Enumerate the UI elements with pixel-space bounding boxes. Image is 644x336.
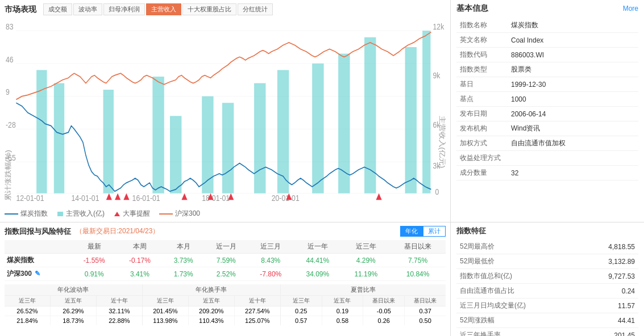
sharpe-r2-extra: 0.50 [405, 316, 446, 325]
svg-rect-27 [170, 116, 181, 193]
features-title: 指数特征 [456, 226, 638, 236]
info-label-type: 指数类型 [456, 62, 508, 77]
info-value-return [508, 151, 638, 166]
info-row-basedate: 基日 1999-12-30 [456, 77, 638, 92]
feat-label-mktcap: 指数市值总和(亿) [456, 269, 581, 284]
sharpe-col-headers: 近三年 近五年 基日以来 基日以来 [281, 296, 446, 306]
turn-r2-5y: 110.43% [189, 316, 235, 325]
turn-r2-3y: 113.98% [143, 316, 189, 325]
info-label-code: 指数代码 [456, 48, 508, 62]
sharpe-r1-extra: 0.37 [405, 306, 446, 316]
info-label-basepoint: 基点 [456, 92, 508, 107]
tab-fenhong[interactable]: 分红统计 [238, 3, 273, 15]
feat-row-freefloat: 自由流通市值占比 0.24 [456, 284, 638, 299]
info-row-return: 收益处理方式 [456, 151, 638, 166]
cell-ci-week: -0.17% [117, 254, 163, 267]
return-data-table: 最新 本周 本月 近一月 近三月 近一年 近三年 基日以来 煤炭指数 -1.55… [5, 240, 446, 281]
tab-guimu[interactable]: 归母净利润 [103, 3, 145, 15]
svg-text:累计涨跌幅(%): 累计涨跌幅(%) [5, 150, 12, 201]
info-label-pubdate: 发布日期 [456, 107, 508, 121]
info-row-name: 指数名称 煤炭指数 [456, 18, 638, 33]
tab-bodonglv[interactable]: 波动率 [73, 3, 102, 15]
info-label-weight: 加权方式 [456, 136, 508, 151]
svg-rect-26 [152, 77, 164, 194]
svg-text:18-01-01: 18-01-01 [202, 194, 230, 203]
info-label-engname: 英文名称 [456, 33, 508, 48]
svg-text:主营收入(亿元): 主营收入(亿元) [438, 116, 446, 168]
tab-chengjiaoe[interactable]: 成交额 [43, 3, 72, 15]
svg-text:14-01-01: 14-01-01 [71, 194, 99, 203]
feat-value-freefloat: 0.24 [581, 284, 638, 299]
legend-hs300: 沪深300 [159, 209, 200, 219]
info-value-weight: 自由流通市值加权 [508, 136, 638, 151]
chart-area: 83 46 9 -28 -65 12k 9k 6k 3k 0 累计涨跌幅(%) … [5, 18, 446, 208]
col-latest: 最新 [72, 240, 117, 254]
more-link[interactable]: More [623, 5, 638, 12]
sharpe-r2-3y: 0.57 [281, 316, 322, 325]
legend-revenue: 主营收入(亿) [57, 209, 105, 219]
toggle-annualized[interactable]: 年化 [400, 226, 423, 237]
info-row-weight: 加权方式 自由流通市值加权 [456, 136, 638, 151]
cell-ci-1m: 7.59% [204, 254, 248, 267]
vol-r2-5y: 18.73% [51, 316, 97, 325]
feat-row-low: 52周最低价 3,132.89 [456, 254, 638, 269]
feat-row-avgvol: 近三月日均成交量(亿) 11.57 [456, 299, 638, 313]
features-panel: 指数特征 52周最高价 4,818.55 52周最低价 3,132.89 指数市… [451, 222, 644, 336]
return-title: 指数回报与风险特征 [5, 226, 71, 237]
svg-text:9k: 9k [433, 72, 441, 81]
feat-label-3yturn: 近三年换手率 [456, 328, 581, 337]
col-3m: 近三月 [248, 240, 293, 254]
hs300-edit-icon[interactable]: ✎ [35, 270, 40, 278]
vol-r1-10y: 32.11% [97, 306, 142, 316]
feat-value-low: 3,132.89 [581, 254, 638, 269]
svg-rect-46 [57, 212, 63, 216]
market-panel-title: 市场表现 [5, 5, 36, 15]
bottom-row: 指数回报与风险特征 （最新交易日:2021/04/23） 年化 累计 最新 本周… [0, 222, 644, 336]
chart-svg: 83 46 9 -28 -65 12k 9k 6k 3k 0 累计涨跌幅(%) … [5, 18, 446, 208]
svg-rect-33 [338, 54, 350, 194]
cell-hs-3m: -7.80% [248, 267, 293, 281]
row-hs300-label: 沪深300 ✎ [5, 267, 72, 281]
cell-hs-1y: 34.09% [293, 267, 342, 281]
cell-hs-latest: 0.91% [72, 267, 117, 281]
info-label-return: 收益处理方式 [456, 151, 508, 166]
vol-col-10y: 近十年 [97, 296, 142, 306]
svg-marker-47 [114, 212, 120, 216]
info-value-engname: Coal Index [508, 33, 638, 48]
feat-label-low: 52周最低价 [456, 254, 581, 269]
svg-marker-38 [115, 194, 121, 200]
info-row-pubdate: 发布日期 2006-06-14 [456, 107, 638, 121]
turn-col-10y: 近十年 [235, 296, 280, 306]
tab-shida[interactable]: 十大权重股占比 [182, 3, 236, 15]
toggle-cumulative[interactable]: 累计 [423, 226, 446, 237]
tab-bar: 成交额 波动率 归母净利润 主营收入 十大权重股占比 分红统计 [43, 3, 273, 15]
svg-rect-36 [422, 31, 430, 193]
feat-label-freefloat: 自由流通市值占比 [456, 284, 581, 299]
features-table: 52周最高价 4,818.55 52周最低价 3,132.89 指数市值总和(亿… [456, 240, 638, 336]
sharpe-r2-base: 0.26 [363, 316, 405, 325]
legend-coalindex: 煤炭指数 [5, 209, 48, 219]
tab-zhuyingshouru[interactable]: 主营收入 [146, 3, 181, 15]
feat-value-52chg: 44.41 [581, 313, 638, 328]
info-row-publisher: 发布机构 Wind资讯 [456, 121, 638, 136]
feat-label-high: 52周最高价 [456, 240, 581, 254]
return-panel: 指数回报与风险特征 （最新交易日:2021/04/23） 年化 累计 最新 本周… [0, 222, 451, 336]
cell-hs-base: 10.84% [390, 267, 446, 281]
svg-text:16-01-01: 16-01-01 [132, 194, 160, 203]
vol-r1-5y: 26.29% [51, 306, 97, 316]
info-panel-title: 基本信息 [456, 3, 488, 14]
sharpe-row2: 0.57 0.58 0.26 0.50 [281, 316, 446, 325]
feat-label-avgvol: 近三月日均成交量(亿) [456, 299, 581, 313]
volatility-row1: 26.52% 26.29% 32.11% [5, 306, 142, 316]
sharpe-col-5y: 近五年 [322, 296, 364, 306]
sharpe-r1-base: -0.05 [363, 306, 405, 316]
info-row-code: 指数代码 886003.WI [456, 48, 638, 62]
sharpe-col-extra: 基日以来 [405, 296, 446, 306]
svg-rect-29 [222, 103, 234, 193]
toggle-btns: 年化 累计 [400, 226, 446, 237]
feat-row-52chg: 52周涨跌幅 44.41 [456, 313, 638, 328]
cell-ci-1y: 44.41% [293, 254, 342, 267]
sharpe-col-base: 基日以来 [363, 296, 405, 306]
vol-r2-10y: 22.88% [97, 316, 142, 325]
info-label-name: 指数名称 [456, 18, 508, 33]
